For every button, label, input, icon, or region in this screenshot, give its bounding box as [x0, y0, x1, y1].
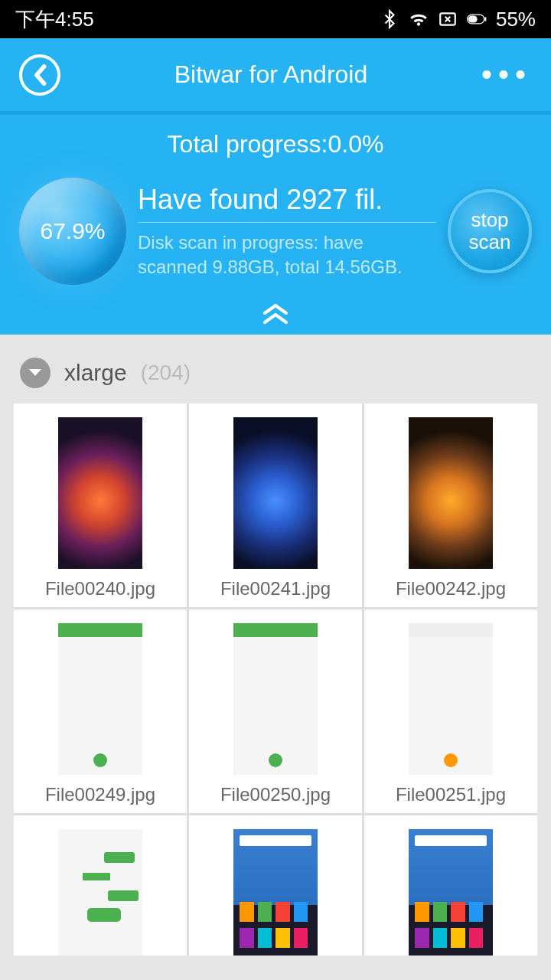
file-thumbnail: [409, 829, 493, 956]
progress-orb: 67.9%: [19, 178, 126, 285]
close-box-icon: [438, 9, 458, 29]
file-cell[interactable]: File00249.jpg: [14, 609, 187, 813]
back-button[interactable]: [19, 54, 60, 96]
more-button[interactable]: •••: [481, 57, 532, 92]
file-thumbnail: [233, 829, 318, 956]
file-thumbnail: [58, 623, 142, 775]
stop-label-2: scan: [469, 231, 511, 253]
collapse-panel-button[interactable]: [0, 292, 551, 335]
file-thumbnail: [409, 417, 493, 569]
progress-info: Have found 2927 fil. Disk scan in progre…: [138, 184, 436, 278]
file-cell[interactable]: [14, 815, 187, 956]
file-thumbnail: [233, 417, 318, 569]
file-name: File00240.jpg: [45, 578, 155, 599]
group-count: (204): [141, 361, 191, 385]
file-thumbnail: [58, 829, 142, 956]
file-cell[interactable]: [189, 815, 362, 956]
chevron-left-icon: [32, 64, 47, 86]
chevron-up-double-icon: [260, 302, 291, 325]
progress-panel: Total progress:0.0% 67.9% Have found 292…: [0, 115, 551, 292]
bluetooth-icon: [380, 9, 399, 29]
file-name: File00249.jpg: [45, 784, 155, 805]
file-name: File00251.jpg: [396, 784, 506, 805]
svg-rect-2: [468, 15, 478, 22]
battery-icon: [467, 9, 487, 29]
file-thumbnail: [233, 623, 318, 775]
status-right: 55%: [380, 8, 536, 31]
chevron-down-icon: [20, 358, 51, 388]
file-cell[interactable]: [364, 815, 537, 956]
file-name: File00242.jpg: [396, 578, 506, 599]
app-header: Bitwar for Android •••: [0, 38, 551, 111]
file-name: File00241.jpg: [220, 578, 331, 599]
battery-percent: 55%: [496, 8, 536, 31]
scan-status-text: Disk scan in progress: have scanned 9.88…: [138, 230, 436, 278]
file-cell[interactable]: File00251.jpg: [364, 609, 537, 813]
file-thumbnail: [58, 417, 142, 569]
orb-percent: 67.9%: [40, 218, 105, 244]
file-grid: File00240.jpgFile00241.jpgFile00242.jpgF…: [14, 403, 537, 956]
file-cell[interactable]: File00240.jpg: [14, 403, 187, 607]
group-name: xlarge: [64, 360, 127, 386]
file-cell[interactable]: File00241.jpg: [189, 403, 362, 607]
app-title: Bitwar for Android: [174, 60, 368, 89]
group-header[interactable]: xlarge (204): [14, 348, 537, 403]
status-bar: 下午4:55 55%: [0, 0, 551, 38]
stop-scan-button[interactable]: stop scan: [448, 189, 532, 273]
file-cell[interactable]: File00242.jpg: [364, 403, 537, 607]
total-progress-label: Total progress:0.0%: [19, 130, 532, 158]
file-cell[interactable]: File00250.jpg: [189, 609, 362, 813]
found-count-text: Have found 2927 fil.: [138, 184, 436, 223]
svg-rect-3: [484, 17, 486, 21]
status-time: 下午4:55: [15, 6, 94, 33]
wifi-icon: [409, 9, 429, 29]
stop-label-1: stop: [471, 209, 508, 231]
file-name: File00250.jpg: [220, 784, 331, 805]
file-area: xlarge (204) File00240.jpgFile00241.jpgF…: [0, 335, 551, 956]
file-thumbnail: [409, 623, 493, 775]
